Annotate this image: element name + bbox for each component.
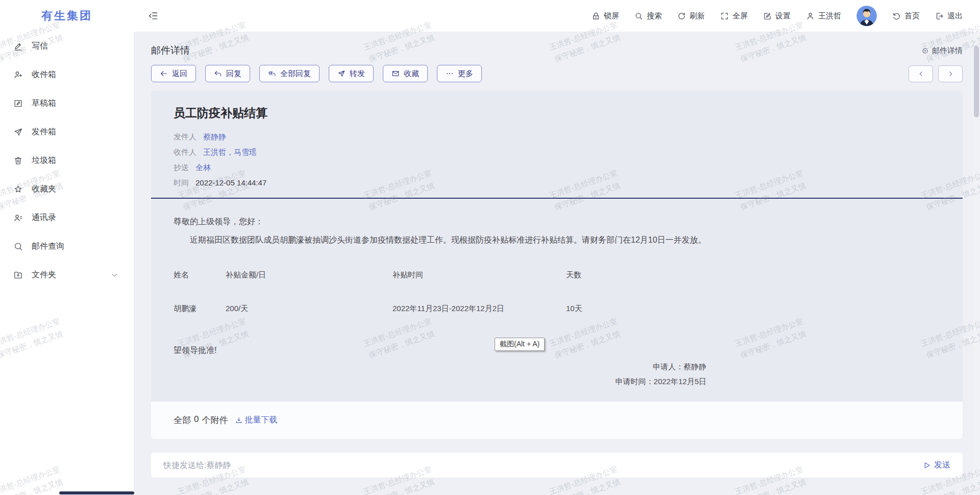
lock-screen-button[interactable]: 锁屏 — [592, 11, 619, 21]
main-content: 邮件详情 邮件详情 返回 回复 全部回复 — [134, 32, 980, 495]
back-icon — [160, 69, 168, 78]
settings-button[interactable]: 设置 — [763, 11, 791, 21]
compose-icon — [13, 41, 23, 51]
current-user-button[interactable]: 王洪哲 — [806, 11, 841, 21]
refresh-button[interactable]: 刷新 — [677, 11, 705, 21]
refresh-icon — [677, 12, 686, 20]
topbar: 锁屏 搜索 刷新 全屏 设置 王洪哲 — [134, 0, 980, 32]
inbox-icon — [13, 70, 23, 80]
body-closing: 望领导批准! — [174, 345, 940, 356]
user-avatar[interactable] — [856, 6, 877, 26]
more-icon — [446, 69, 454, 78]
chevron-left-icon — [917, 70, 925, 78]
home-button[interactable]: 首页 — [892, 11, 920, 21]
col-period: 补贴时间 — [393, 265, 566, 280]
email-pager — [909, 65, 963, 82]
settings-icon — [763, 12, 772, 20]
sidebar-item-label: 收藏夹 — [32, 184, 56, 195]
forward-label: 转发 — [350, 69, 365, 79]
attachments-bar: 全部0个附件 批量下载 — [151, 401, 963, 439]
email-cc-row: 抄送 全林 — [174, 160, 940, 175]
vertical-scrollbar[interactable] — [973, 32, 980, 495]
send-button[interactable]: 发送 — [923, 460, 950, 470]
favorites-icon — [13, 184, 23, 194]
from-label: 发件人 — [174, 129, 197, 145]
send-triangle-icon — [923, 461, 931, 469]
sidebar-item-contacts[interactable]: 通讯录 — [0, 203, 134, 232]
send-label: 发送 — [934, 460, 950, 470]
email-subject: 员工防疫补贴结算 — [174, 105, 940, 121]
next-email-button[interactable] — [938, 65, 963, 82]
to-contact-links[interactable]: 王洪哲，马雪瑶 — [203, 145, 257, 160]
sidebar-item-label: 收件箱 — [32, 69, 56, 80]
body-greeting: 尊敬的上级领导，您好： — [174, 217, 940, 227]
to-label: 收件人 — [174, 145, 197, 160]
sidebar-item-trash[interactable]: 垃圾箱 — [0, 146, 134, 175]
sidebar-item-label: 草稿箱 — [32, 98, 56, 109]
applicant-block: 申请人：蔡静静 申请时间：2022年12月5日 — [174, 359, 706, 389]
quick-send-input[interactable] — [163, 461, 923, 470]
search-button[interactable]: 搜索 — [634, 11, 662, 21]
more-button[interactable]: 更多 — [437, 65, 482, 82]
search-icon — [634, 12, 643, 20]
col-amount: 补贴金额/日 — [226, 265, 393, 280]
collect-button[interactable]: 收藏 — [383, 65, 428, 82]
horizontal-scrollbar-thumb[interactable] — [59, 491, 134, 494]
body-paragraph: 近期福田区数据团队成员胡鹏濠被抽调沙头街道参加疫情数据处理工作。现根据防疫补贴标… — [174, 234, 940, 246]
search-label: 搜索 — [647, 11, 662, 21]
fullscreen-button[interactable]: 全屏 — [720, 11, 748, 21]
attachments-count: 0 — [194, 414, 199, 426]
apply-time-line: 申请时间：2022年12月5日 — [174, 374, 706, 389]
email-to-row: 收件人 王洪哲，马雪瑶 — [174, 145, 940, 160]
logout-label: 退出 — [947, 11, 963, 21]
sidebar-item-compose[interactable]: 写信 — [0, 32, 134, 60]
batch-download-link[interactable]: 批量下载 — [235, 415, 277, 426]
page-title: 邮件详情 — [151, 44, 190, 57]
reply-button[interactable]: 回复 — [205, 65, 250, 82]
trash-icon — [13, 156, 23, 166]
cc-contact-link[interactable]: 全林 — [195, 160, 211, 175]
logout-button[interactable]: 退出 — [935, 11, 963, 21]
fullscreen-icon — [720, 12, 729, 20]
location-icon — [921, 47, 929, 55]
sidebar-item-inbox[interactable]: 收件箱 — [0, 60, 134, 89]
back-label: 返回 — [172, 69, 187, 79]
sidebar-item-favorites[interactable]: 收藏夹 — [0, 175, 134, 203]
cell-amount: 200/天 — [226, 280, 393, 314]
from-contact-link[interactable]: 蔡静静 — [203, 129, 226, 145]
sidebar-item-label: 发件箱 — [32, 127, 56, 137]
collapse-sidebar-button[interactable] — [148, 11, 158, 21]
sidebar-item-mail-search[interactable]: 邮件查询 — [0, 232, 134, 261]
refresh-label: 刷新 — [690, 11, 705, 21]
reply-all-icon — [268, 69, 276, 78]
quick-send-bar: 发送 — [151, 453, 963, 478]
sidebar-item-label: 写信 — [32, 41, 48, 52]
mail-search-icon — [13, 242, 23, 251]
previous-email-button[interactable] — [909, 65, 933, 82]
vertical-scrollbar-thumb[interactable] — [974, 46, 979, 117]
lock-icon — [592, 12, 600, 20]
collapse-sidebar-icon — [148, 11, 158, 21]
sidebar-item-drafts[interactable]: 草稿箱 — [0, 89, 134, 117]
contacts-icon — [13, 213, 23, 223]
breadcrumb-label: 邮件详情 — [932, 46, 963, 56]
sidebar-item-sent[interactable]: 发件箱 — [0, 117, 134, 146]
table-header-row: 姓名 补贴金额/日 补贴时间 天数 — [174, 265, 627, 280]
home-label: 首页 — [904, 11, 920, 21]
reply-label: 回复 — [226, 69, 241, 79]
subsidy-table: 姓名 补贴金额/日 补贴时间 天数 胡鹏濠 200/天 2022年11月23日-… — [174, 265, 627, 314]
back-button[interactable]: 返回 — [151, 65, 196, 82]
page-header: 邮件详情 邮件详情 — [151, 44, 963, 57]
sidebar-item-label: 文件夹 — [32, 270, 56, 280]
email-body: 尊敬的上级领导，您好： 近期福田区数据团队成员胡鹏濠被抽调沙头街道参加疫情数据处… — [151, 199, 963, 401]
forward-button[interactable]: 转发 — [329, 65, 374, 82]
email-toolbar: 返回 回复 全部回复 转发 收藏 — [151, 65, 963, 82]
reply-all-button[interactable]: 全部回复 — [259, 65, 320, 82]
current-user-label: 王洪哲 — [818, 11, 841, 21]
email-from-row: 发件人 蔡静静 — [174, 129, 940, 145]
time-label: 时间 — [174, 175, 189, 191]
download-icon — [235, 416, 243, 425]
lock-screen-label: 锁屏 — [604, 11, 619, 21]
sidebar-item-label: 邮件查询 — [32, 241, 64, 252]
sidebar-item-folders[interactable]: 文件夹 — [0, 261, 134, 289]
